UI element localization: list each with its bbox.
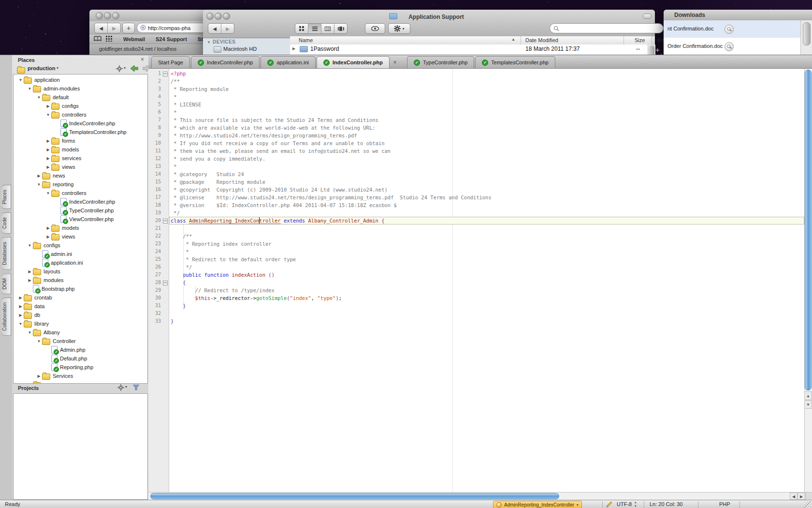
projects-body[interactable] — [13, 393, 148, 500]
gutter-line-26[interactable]: 26 — [148, 263, 169, 271]
gutter-line-15[interactable]: 15 — [148, 178, 169, 186]
back-icon[interactable]: ◀ — [208, 24, 221, 33]
expand-icon[interactable]: ▶ — [27, 278, 33, 283]
tree-item-views[interactable]: ▶views — [14, 163, 147, 171]
coverflow-view-icon[interactable] — [334, 24, 347, 33]
sidebar-item-macintosh-hd[interactable]: Macintosh HD — [223, 46, 257, 52]
code-line-25[interactable]: * Redirect to the default order type — [169, 255, 804, 263]
editor-hscrollbar-thumb[interactable] — [150, 493, 559, 499]
gutter-line-32[interactable]: 32 — [148, 310, 169, 317]
code-line-23[interactable]: * Reporting index controller — [169, 240, 804, 248]
scroll-right-icon[interactable]: ▶ — [798, 493, 805, 500]
code-line-12[interactable]: * send you a copy immediately. — [169, 155, 804, 163]
list-view-icon[interactable] — [308, 24, 321, 33]
tree-item-typecontroller-php[interactable]: TypeController.php — [14, 206, 147, 215]
places-back-icon[interactable] — [130, 65, 138, 72]
topsites-grid-icon[interactable] — [106, 36, 113, 42]
code-line-20[interactable]: class AdminReporting_IndexController ext… — [169, 217, 804, 224]
code-line-33[interactable]: } — [169, 317, 804, 325]
tree-item-db[interactable]: ▶db — [14, 311, 147, 319]
gutter-line-13[interactable]: 13 — [148, 163, 169, 170]
downloads-scrollbar[interactable] — [800, 20, 812, 55]
code-line-24[interactable]: * — [169, 248, 804, 255]
bookmarks-book-icon[interactable] — [94, 36, 102, 42]
fold-toggle-icon[interactable] — [163, 281, 168, 285]
expand-icon[interactable]: ▶ — [36, 174, 42, 178]
gutter-line-1[interactable]: 1 — [148, 70, 169, 77]
code-line-7[interactable]: * This source file is subject to the Stu… — [169, 116, 804, 124]
gutter-line-16[interactable]: 16 — [148, 186, 169, 194]
column-size[interactable]: Size — [635, 37, 645, 43]
expand-icon[interactable]: ▶ — [45, 104, 51, 108]
editor-gutter[interactable]: 1234567891011121314151617181920212223242… — [148, 69, 169, 492]
row-disclosure-icon[interactable]: ▶ — [292, 46, 295, 51]
expand-icon[interactable]: ▶ — [45, 139, 51, 143]
bookmark-item-s24-support[interactable]: S24 Support — [156, 36, 187, 42]
current-scope-selector[interactable]: AdminReporting_IndexController ▾ — [493, 501, 582, 508]
tree-item-indexcontroller-php[interactable]: IndexController.php — [14, 197, 147, 206]
tree-item-indexcontroller-php[interactable]: IndexController.php — [14, 119, 147, 128]
minimize-traffic-light[interactable] — [104, 12, 111, 19]
syntax-check-pencil-icon[interactable] — [606, 501, 612, 508]
collapse-icon[interactable]: ▼ — [27, 243, 33, 248]
editor-tab-templatescontroller-php[interactable]: ✓TemplatesController.php — [475, 56, 555, 68]
tree-item-viewcontroller-php[interactable]: ViewController.php — [14, 215, 147, 224]
close-traffic-light[interactable] — [96, 12, 103, 19]
editor-tab-application-ini[interactable]: ✓application.ini — [261, 56, 316, 68]
close-tab-icon[interactable]: × — [391, 57, 399, 68]
editor-tab-indexcontroller-php[interactable]: ✓IndexController.php — [317, 56, 390, 68]
places-gear-dropdown-icon[interactable]: ▾ — [124, 66, 126, 70]
projects-gear-dropdown-icon[interactable]: ▾ — [125, 385, 127, 389]
tree-item-controllers[interactable]: ▼controllers — [14, 189, 147, 197]
gutter-line-20[interactable]: 20 — [148, 217, 169, 224]
finder-search-field[interactable] — [550, 23, 664, 33]
bookmark-item-webmail[interactable]: Webmail — [123, 36, 145, 42]
gutter-line-33[interactable]: 33 — [148, 317, 169, 325]
code-line-18[interactable]: * @version $Id: IndexController.php 404 … — [169, 201, 804, 209]
code-line-10[interactable]: * If you did not receive a copy of our T… — [169, 139, 804, 147]
tree-item-application[interactable]: ▼application — [14, 75, 147, 84]
tree-item-news[interactable]: ▶news — [14, 171, 147, 180]
collapse-icon[interactable]: ▼ — [17, 322, 24, 326]
tree-item-application-ini[interactable]: application.ini — [14, 258, 147, 267]
tree-item-default[interactable]: ▼default — [14, 93, 147, 102]
quicklook-button[interactable] — [365, 23, 385, 34]
tree-item-library[interactable]: ▼library — [14, 319, 147, 328]
gutter-line-10[interactable]: 10 — [148, 139, 169, 147]
tree-item[interactable]: ▶ — [14, 380, 147, 384]
code-line-19[interactable]: */ — [169, 209, 804, 217]
side-tab-collaboration[interactable]: Collaboration — [1, 298, 11, 336]
tree-item-configs[interactable]: ▶configs — [14, 102, 147, 110]
code-line-8[interactable]: * which are available via the world-wide… — [169, 124, 804, 132]
icon-view-icon[interactable] — [295, 24, 308, 33]
code-line-26[interactable]: */ — [169, 263, 804, 271]
projects-filter-icon[interactable] — [133, 385, 139, 390]
fold-toggle-icon[interactable] — [163, 72, 168, 76]
collapse-icon[interactable]: ▼ — [36, 339, 42, 344]
expand-icon[interactable]: ▶ — [45, 165, 51, 169]
collapse-icon[interactable]: ▼ — [36, 182, 42, 187]
column-name[interactable]: Name — [299, 37, 313, 43]
tree-item-modules[interactable]: ▶modules — [14, 276, 147, 284]
gutter-line-2[interactable]: 2 — [148, 77, 169, 85]
back-icon[interactable]: ◀ — [95, 23, 108, 33]
gutter-line-11[interactable]: 11 — [148, 147, 169, 155]
code-line-17[interactable]: * @license http://www.studio24.net/terms… — [169, 194, 804, 201]
collapse-icon[interactable]: ▼ — [45, 191, 51, 195]
tree-item-services[interactable]: ▶services — [14, 154, 147, 163]
resize-grip[interactable] — [804, 501, 812, 508]
tree-item-admin-modules[interactable]: ▼admin-modules — [14, 84, 147, 93]
bookmark-item-st[interactable]: St — [198, 36, 203, 42]
collapse-icon[interactable]: ▼ — [17, 78, 24, 82]
gutter-line-25[interactable]: 25 — [148, 255, 169, 263]
code-line-5[interactable]: * LICENSE — [169, 101, 804, 108]
tree-item-admin-php[interactable]: Admin.php — [14, 345, 147, 354]
scroll-up-icon[interactable]: ▲ — [804, 391, 812, 400]
code-line-3[interactable]: * Reporting module — [169, 85, 804, 93]
gutter-line-21[interactable]: 21 — [148, 224, 169, 232]
tree-item-controllers[interactable]: ▼controllers — [14, 110, 147, 119]
gutter-line-14[interactable]: 14 — [148, 170, 169, 178]
tree-item-controller[interactable]: ▼Controller — [14, 337, 147, 345]
action-menu-button[interactable]: ▾ — [388, 23, 410, 34]
gutter-line-7[interactable]: 7 — [148, 116, 169, 124]
